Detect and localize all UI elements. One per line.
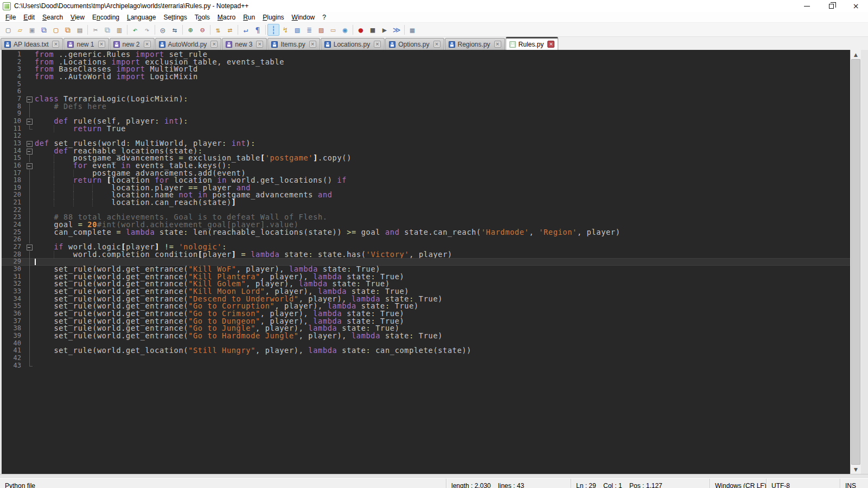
folder-workspace-icon[interactable]: ▨ <box>315 24 327 36</box>
replace-icon[interactable]: ⇆ <box>169 24 181 36</box>
menu-window[interactable]: Window <box>288 12 319 22</box>
tab-regions-py[interactable]: Regions.py× <box>445 38 505 50</box>
document-map-icon[interactable]: ▧ <box>291 24 303 36</box>
tab-items-py[interactable]: Items.py× <box>267 38 320 50</box>
code-line[interactable]: 8 # Defs here <box>2 103 850 111</box>
tab-close-icon[interactable]: × <box>309 41 316 48</box>
new-file-glyph: ▢ <box>6 26 10 34</box>
menu-search[interactable]: Search <box>39 12 67 22</box>
minimize-button[interactable] <box>795 0 819 12</box>
tab-close-icon[interactable]: × <box>256 41 263 48</box>
tab-new-2[interactable]: new 2× <box>110 38 155 50</box>
restore-button[interactable] <box>819 0 844 12</box>
tab-close-icon[interactable]: × <box>547 41 554 48</box>
tab-close-icon[interactable]: × <box>374 41 381 48</box>
menu-macro[interactable]: Macro <box>214 12 239 22</box>
menu-file[interactable]: File <box>2 12 20 22</box>
fold-toggle-icon[interactable] <box>25 162 34 170</box>
save-all-icon[interactable]: ⧉ <box>38 24 50 36</box>
tab-autoworld-py[interactable]: AutoWorld.py× <box>155 38 222 50</box>
fold-toggle-icon[interactable] <box>25 147 34 155</box>
minimize-icon <box>804 6 810 7</box>
tab-close-icon[interactable]: × <box>494 41 501 48</box>
zoom-in-icon[interactable]: ⊕ <box>184 24 196 36</box>
tab-new-3[interactable]: new 3× <box>222 38 267 50</box>
code-editor[interactable]: 1from ..generic.Rules import set_rule2fr… <box>2 50 850 474</box>
menu-[interactable]: ? <box>318 12 330 22</box>
code-line[interactable]: 10 def rule(self, player: int): <box>2 118 850 125</box>
fold-toggle-icon[interactable] <box>25 243 34 251</box>
vertical-scrollbar[interactable]: ▲ ▼ <box>850 50 861 474</box>
macro-run-multi-icon[interactable]: ≫ <box>391 24 403 36</box>
code-line[interactable]: 4from ..AutoWorld import LogicMixin <box>2 73 850 81</box>
status-eol-format: Windows (CR LF) <box>710 479 766 488</box>
fold-toggle-icon[interactable] <box>25 140 34 147</box>
code-line[interactable]: 28 world.completion_condition[player] = … <box>2 251 850 259</box>
menu-language[interactable]: Language <box>123 12 159 22</box>
sync-vertical-icon[interactable]: ⇅ <box>212 24 224 36</box>
save-icon[interactable]: ▣ <box>26 24 38 36</box>
tab-close-icon[interactable]: × <box>144 41 151 48</box>
close-all-icon[interactable]: ⧉ <box>62 24 74 36</box>
sync-horizontal-icon[interactable]: ⇄ <box>224 24 236 36</box>
undo-icon[interactable]: ↶ <box>129 24 141 36</box>
code-line[interactable]: 21 location.can_reach(state)] <box>2 199 850 207</box>
menu-run[interactable]: Run <box>239 12 259 22</box>
file-browser-icon[interactable]: ▭ <box>327 24 339 36</box>
code-line[interactable]: 11 return True <box>2 125 850 133</box>
zoom-out-icon[interactable]: ⊖ <box>196 24 208 36</box>
line-number: 18 <box>2 177 25 184</box>
document-list-icon[interactable]: ≣ <box>303 24 315 36</box>
menu-settings[interactable]: Settings <box>159 12 190 22</box>
print-glyph: ▤ <box>78 26 82 34</box>
doc-switcher-icon[interactable]: ▦ <box>406 24 418 36</box>
tab-close-icon[interactable]: × <box>98 41 105 48</box>
code-line[interactable]: 42 <box>2 355 850 362</box>
menu-encoding[interactable]: Encoding <box>88 12 123 22</box>
code-line[interactable]: 5 <box>2 81 850 88</box>
scroll-down-arrow-icon[interactable]: ▼ <box>851 465 861 474</box>
tab-options-py[interactable]: Options.py× <box>385 38 444 50</box>
code-line[interactable]: 7class TerrariaLogic(LogicMixin): <box>2 95 850 103</box>
line-number: 9 <box>2 110 25 118</box>
find-icon[interactable]: ◎ <box>157 24 169 36</box>
fold-toggle-icon[interactable] <box>25 95 34 103</box>
code-line[interactable]: 25 can_complete = lambda state: len(reac… <box>2 229 850 236</box>
fold-toggle-icon[interactable] <box>25 118 34 125</box>
scrollbar-thumb[interactable] <box>851 59 860 465</box>
view-monitor-icon[interactable]: ◉ <box>339 24 351 36</box>
tab-ap-ideas-txt[interactable]: AP Ideas.txt× <box>1 38 63 50</box>
macro-play-icon[interactable]: ▶ <box>379 24 391 36</box>
menu-tools[interactable]: Tools <box>191 12 214 22</box>
file-browser-glyph: ▭ <box>331 26 335 34</box>
word-wrap-icon[interactable]: ↵ <box>240 24 252 36</box>
close-icon[interactable]: ▢ <box>50 24 62 36</box>
redo-icon[interactable]: ↷ <box>141 24 153 36</box>
menu-view[interactable]: View <box>67 12 88 22</box>
show-all-chars-icon[interactable]: ¶ <box>252 24 264 36</box>
print-icon[interactable]: ▤ <box>74 24 86 36</box>
code-line[interactable]: 43 <box>2 362 850 370</box>
paste-icon[interactable]: ▥ <box>113 24 125 36</box>
menu-plugins[interactable]: Plugins <box>259 12 288 22</box>
new-file-icon[interactable]: ▢ <box>2 24 14 36</box>
macro-stop-icon[interactable]: ■ <box>367 24 379 36</box>
tab-rules-py[interactable]: Rules.py× <box>506 37 559 50</box>
cut-icon[interactable]: ✂ <box>90 24 101 36</box>
menu-edit[interactable]: Edit <box>20 12 39 22</box>
macro-record-icon[interactable]: ● <box>355 24 367 36</box>
indent-guide-icon[interactable]: ┆ <box>267 24 279 36</box>
tab-close-icon[interactable]: × <box>433 41 441 48</box>
line-number: 29 <box>2 258 25 266</box>
copy-icon[interactable]: ⧉ <box>101 24 113 36</box>
code-line[interactable]: 41 set_rule(world.get_location("Still Hu… <box>2 347 850 355</box>
scroll-up-arrow-icon[interactable]: ▲ <box>851 50 861 59</box>
tab-close-icon[interactable]: × <box>52 41 59 48</box>
tab-locations-py[interactable]: Locations.py× <box>321 38 385 50</box>
close-button[interactable]: × <box>844 0 868 12</box>
code-line[interactable]: 39 set_rule(world.get_entrance("Go to Ha… <box>2 332 850 340</box>
open-file-icon[interactable]: ▱ <box>14 24 26 36</box>
tab-close-icon[interactable]: × <box>210 41 218 48</box>
function-list-icon[interactable]: ↯ <box>279 24 291 36</box>
tab-new-1[interactable]: new 1× <box>63 38 108 50</box>
